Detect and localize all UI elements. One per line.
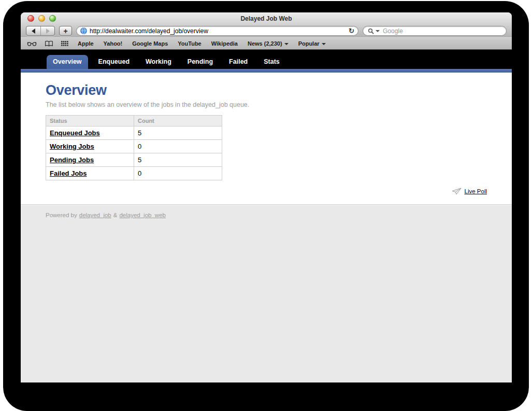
job-nav-tabs: Overview Enqueued Working Pending Failed… — [21, 50, 512, 69]
globe-favicon-icon — [80, 27, 87, 34]
back-icon — [32, 29, 35, 34]
accent-divider-bar — [21, 69, 512, 73]
live-poll-control: Live Poll — [452, 188, 487, 195]
browser-toolbar: + http://dealwaiter.com/delayed_job/over… — [21, 24, 512, 37]
minimize-button[interactable] — [38, 15, 45, 22]
bookmark-folder-popular[interactable]: Popular — [298, 40, 326, 47]
search-field[interactable]: Google — [363, 26, 507, 36]
tab-failed[interactable]: Failed — [223, 55, 253, 69]
bookmarks-bar: Apple Yahoo! Google Maps YouTube Wikiped… — [21, 37, 512, 50]
bookmark-apple[interactable]: Apple — [78, 40, 94, 47]
working-jobs-link[interactable]: Working Jobs — [50, 143, 94, 150]
column-header-count: Count — [134, 116, 222, 126]
table-row: Enqueued Jobs 5 — [46, 126, 222, 140]
failed-jobs-count: 0 — [134, 167, 222, 180]
browser-window: Delayed Job Web + http://dealwaiter.com/… — [21, 12, 512, 382]
main-content: Overview The list below shows an overvie… — [21, 73, 512, 204]
ampersand-text: & — [113, 212, 118, 218]
pending-jobs-link[interactable]: Pending Jobs — [50, 156, 94, 164]
address-bar[interactable]: http://dealwaiter.com/delayed_job/overvi… — [76, 26, 358, 36]
back-button[interactable] — [26, 26, 40, 35]
history-nav-control — [26, 26, 55, 36]
bookmark-folder-popular-label: Popular — [298, 40, 320, 47]
powered-by-text: Powered by — [46, 212, 77, 218]
tab-working[interactable]: Working — [140, 55, 177, 69]
chevron-down-icon — [322, 43, 326, 45]
page-title: Overview — [46, 82, 487, 98]
table-row: Working Jobs 0 — [46, 140, 222, 153]
add-bookmark-button[interactable]: + — [59, 26, 72, 36]
window-title: Delayed Job Web — [240, 15, 292, 22]
title-bar[interactable]: Delayed Job Web — [21, 12, 512, 24]
bookmark-folder-news[interactable]: News (2,230) — [248, 40, 289, 47]
search-engine-dropdown-icon[interactable] — [376, 30, 380, 32]
table-row: Pending Jobs 5 — [46, 153, 222, 167]
jobs-overview-table: Status Count Enqueued Jobs 5 Working Job… — [46, 115, 222, 180]
close-button[interactable] — [27, 15, 34, 22]
bookmark-items: Apple Yahoo! Google Maps YouTube Wikiped… — [78, 40, 326, 47]
tab-overview[interactable]: Overview — [47, 55, 88, 69]
page-footer: Powered by delayed_job & delayed_job_web — [21, 204, 512, 382]
paper-plane-icon — [452, 188, 462, 195]
glasses-icon[interactable] — [27, 41, 37, 47]
tab-stats[interactable]: Stats — [258, 55, 285, 69]
page-subtitle: The list below shows an overview of the … — [46, 101, 487, 108]
reload-button[interactable]: ↻ — [349, 27, 354, 34]
table-header-row: Status Count — [46, 116, 222, 126]
plus-icon: + — [63, 27, 67, 35]
search-icon — [368, 28, 374, 34]
enqueued-jobs-link[interactable]: Enqueued Jobs — [50, 129, 100, 137]
failed-jobs-link[interactable]: Failed Jobs — [50, 169, 87, 177]
bookmark-wikipedia[interactable]: Wikipedia — [211, 40, 238, 47]
delayed-job-web-link[interactable]: delayed_job_web — [119, 212, 166, 218]
enqueued-jobs-count: 5 — [134, 126, 222, 140]
table-row: Failed Jobs 0 — [46, 167, 222, 180]
tab-enqueued[interactable]: Enqueued — [93, 55, 135, 69]
pending-jobs-count: 5 — [134, 153, 222, 167]
forward-icon — [46, 29, 50, 34]
zoom-button[interactable] — [49, 15, 56, 22]
column-header-status: Status — [46, 116, 134, 126]
bookmarks-bar-icons — [27, 40, 68, 47]
top-sites-grid-icon[interactable] — [61, 41, 68, 47]
web-page: Overview Enqueued Working Pending Failed… — [21, 50, 512, 382]
window-controls — [27, 15, 56, 22]
forward-button[interactable] — [40, 26, 54, 35]
bookmarks-book-icon[interactable] — [45, 40, 53, 47]
bookmark-folder-news-label: News (2,230) — [248, 40, 282, 47]
search-placeholder: Google — [383, 27, 403, 35]
bookmark-google-maps[interactable]: Google Maps — [132, 40, 168, 47]
bookmark-youtube[interactable]: YouTube — [178, 40, 201, 47]
live-poll-link[interactable]: Live Poll — [465, 188, 487, 194]
bookmark-yahoo[interactable]: Yahoo! — [104, 40, 123, 47]
url-text: http://dealwaiter.com/delayed_job/overvi… — [90, 27, 346, 35]
delayed-job-link[interactable]: delayed_job — [79, 212, 111, 218]
powered-by: Powered by delayed_job & delayed_job_web — [46, 212, 487, 218]
tab-pending[interactable]: Pending — [182, 55, 219, 69]
chevron-down-icon — [284, 43, 289, 45]
working-jobs-count: 0 — [134, 140, 222, 153]
